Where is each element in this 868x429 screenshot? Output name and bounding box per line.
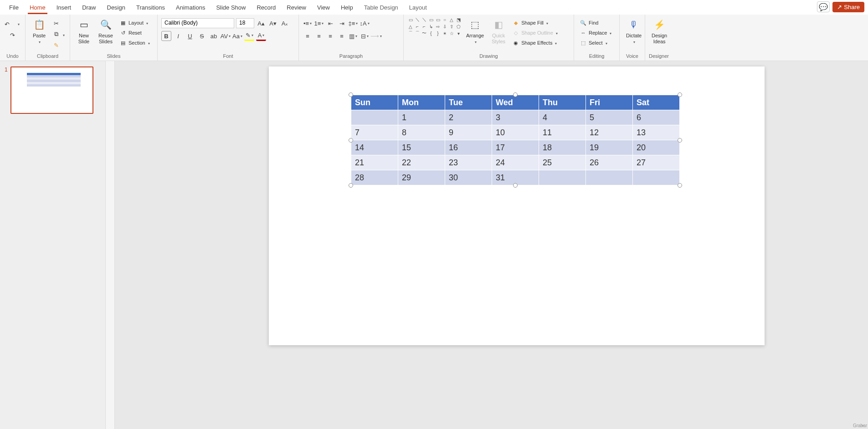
justify-button[interactable]: ≡ — [337, 31, 347, 41]
calendar-table[interactable]: Sun Mon Tue Wed Thu Fri Sat 123456 78910… — [351, 95, 680, 185]
table-header-cell[interactable]: Sun — [351, 95, 398, 110]
tab-view[interactable]: View — [312, 1, 335, 14]
section-button[interactable]: ▤Section — [118, 38, 152, 47]
paste-dropdown[interactable] — [38, 39, 41, 45]
tab-slideshow[interactable]: Slide Show — [211, 1, 251, 14]
reuse-slides-button[interactable]: 🔍 Reuse Slides — [96, 16, 116, 46]
smartart-button[interactable]: ⟶ — [371, 31, 381, 41]
table-header-cell[interactable]: Sat — [633, 95, 680, 110]
selection-handle[interactable] — [349, 183, 353, 188]
clear-formatting-button[interactable]: Aₓ — [280, 18, 290, 28]
bullets-button[interactable]: •≡ — [303, 18, 313, 28]
columns-button[interactable]: ▥ — [348, 31, 358, 41]
tab-design[interactable]: Design — [102, 1, 131, 14]
table-cell[interactable]: 8 — [398, 125, 445, 140]
table-cell[interactable]: 23 — [445, 155, 492, 170]
table-cell[interactable]: 19 — [586, 140, 633, 155]
select-button[interactable]: ⬚Select — [578, 38, 609, 47]
decrease-indent-button[interactable]: ⇤ — [325, 18, 335, 28]
shape-outline-button[interactable]: ◇Shape Outline — [510, 28, 560, 37]
shadow-button[interactable]: ab — [209, 31, 219, 41]
tab-animations[interactable]: Animations — [170, 1, 211, 14]
selection-handle[interactable] — [513, 183, 518, 188]
align-center-button[interactable]: ≡ — [314, 31, 324, 41]
table-row[interactable]: 14151617181920 — [351, 140, 680, 155]
table-cell[interactable]: 3 — [492, 110, 539, 125]
tab-table-design[interactable]: Table Design — [359, 1, 404, 14]
table-row[interactable]: 123456 — [351, 110, 680, 125]
table-row[interactable]: 78910111213 — [351, 125, 680, 140]
replace-button[interactable]: ↔Replace — [578, 28, 613, 37]
slide-thumbnail-1[interactable] — [10, 66, 93, 114]
table-cell[interactable]: 2 — [445, 110, 492, 125]
comments-button[interactable]: 💬 — [817, 1, 830, 12]
table-cell[interactable]: 10 — [492, 125, 539, 140]
table-cell[interactable]: 4 — [539, 110, 586, 125]
undo-dropdown[interactable] — [13, 19, 23, 29]
table-cell[interactable]: 7 — [351, 125, 398, 140]
dictate-button[interactable]: 🎙 Dictate — [623, 16, 644, 46]
arrange-button[interactable]: ⬚ Arrange — [463, 16, 487, 46]
decrease-font-button[interactable]: A▾ — [268, 18, 278, 28]
table-cell[interactable]: 1 — [398, 110, 445, 125]
cut-button[interactable]: ✂ — [51, 18, 61, 28]
quick-styles-button[interactable]: ◧ Quick Styles — [488, 16, 508, 46]
selection-handle[interactable] — [349, 138, 353, 143]
table-header-cell[interactable]: Thu — [539, 95, 586, 110]
format-painter-button[interactable]: ✎ — [51, 40, 61, 50]
tab-draw[interactable]: Draw — [77, 1, 101, 14]
shape-effects-button[interactable]: ◉Shape Effects — [510, 38, 560, 47]
shapes-gallery[interactable]: ▭＼＼▭▭○△⬔ △⌐⌐↳⇨⇩⇧⬠ ⌒⌒〜{}✶☆▾ — [407, 16, 462, 36]
line-spacing-button[interactable]: ‡≡ — [348, 18, 358, 28]
text-direction-button[interactable]: ↕A — [360, 18, 370, 28]
find-button[interactable]: 🔍Find — [578, 18, 600, 27]
tab-file[interactable]: File — [4, 1, 24, 14]
table-cell[interactable] — [633, 170, 680, 185]
calendar-table-selection[interactable]: Sun Mon Tue Wed Thu Fri Sat 123456 78910… — [351, 95, 680, 185]
char-spacing-button[interactable]: AV — [221, 31, 231, 41]
change-case-button[interactable]: Aa — [232, 31, 242, 41]
table-cell[interactable]: 20 — [633, 140, 680, 155]
table-cell[interactable]: 24 — [492, 155, 539, 170]
font-name-combo[interactable]: Calibri (Body) — [161, 18, 234, 28]
table-cell[interactable]: 28 — [351, 170, 398, 185]
tab-layout[interactable]: Layout — [404, 1, 432, 14]
table-cell[interactable]: 21 — [351, 155, 398, 170]
table-cell[interactable]: 17 — [492, 140, 539, 155]
table-cell[interactable]: 18 — [539, 140, 586, 155]
selection-handle[interactable] — [678, 183, 682, 188]
font-size-combo[interactable]: 18 — [236, 18, 254, 28]
redo-button[interactable]: ↷ — [8, 30, 18, 40]
table-header-cell[interactable]: Tue — [445, 95, 492, 110]
table-header-cell[interactable]: Fri — [586, 95, 633, 110]
new-slide-button[interactable]: ▭ New Slide — [74, 16, 94, 46]
table-cell[interactable]: 27 — [633, 155, 680, 170]
shape-fill-button[interactable]: ◆Shape Fill — [510, 18, 560, 27]
table-header-cell[interactable]: Mon — [398, 95, 445, 110]
selection-handle[interactable] — [678, 92, 682, 97]
table-header-cell[interactable]: Wed — [492, 95, 539, 110]
table-cell[interactable] — [539, 170, 586, 185]
align-right-button[interactable]: ≡ — [325, 31, 335, 41]
selection-handle[interactable] — [349, 92, 353, 97]
table-cell[interactable]: 13 — [633, 125, 680, 140]
table-cell[interactable]: 6 — [633, 110, 680, 125]
increase-indent-button[interactable]: ⇥ — [337, 18, 347, 28]
table-cell[interactable]: 9 — [445, 125, 492, 140]
align-text-button[interactable]: ⊟ — [360, 31, 370, 41]
tab-home[interactable]: Home — [24, 1, 51, 14]
copy-dropdown[interactable] — [62, 30, 65, 38]
table-cell[interactable]: 25 — [539, 155, 586, 170]
strikethrough-button[interactable]: S — [197, 31, 207, 41]
table-cell[interactable]: 11 — [539, 125, 586, 140]
table-cell[interactable]: 16 — [445, 140, 492, 155]
table-cell[interactable]: 26 — [586, 155, 633, 170]
table-header-row[interactable]: Sun Mon Tue Wed Thu Fri Sat — [351, 95, 680, 110]
slide[interactable]: Sun Mon Tue Wed Thu Fri Sat 123456 78910… — [269, 66, 765, 345]
increase-font-button[interactable]: A▴ — [256, 18, 266, 28]
table-cell[interactable]: 22 — [398, 155, 445, 170]
table-cell[interactable] — [351, 110, 398, 125]
slide-canvas-area[interactable]: Sun Mon Tue Wed Thu Fri Sat 123456 78910… — [106, 61, 868, 429]
design-ideas-button[interactable]: ⚡ Design Ideas — [649, 16, 670, 46]
table-cell[interactable]: 30 — [445, 170, 492, 185]
